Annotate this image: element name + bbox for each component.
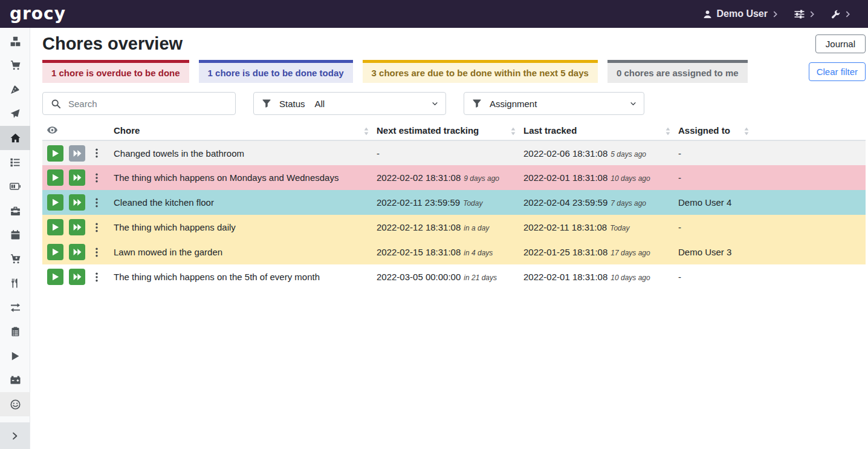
sort-icon	[511, 127, 516, 135]
sidebar-item-shopping-list[interactable]	[0, 53, 30, 77]
search-input[interactable]	[68, 99, 235, 109]
row-menu-button[interactable]	[91, 244, 102, 260]
summary-card-due-today[interactable]: 1 chore is due to be done today	[199, 60, 353, 83]
summary-card-overdue[interactable]: 1 chore is overdue to be done	[42, 60, 189, 83]
row-spacer-cell	[752, 190, 866, 215]
eye-icon	[47, 126, 57, 134]
fast-forward-icon	[73, 198, 82, 206]
sidebar-item-equipment[interactable]	[0, 198, 30, 223]
skip-next-tracking-button[interactable]	[69, 244, 85, 260]
user-icon	[703, 10, 712, 19]
next-tracking-relative: Today	[463, 199, 482, 208]
table-row: Cleaned the kitchen floor 2022-02-11 23:…	[42, 190, 866, 215]
next-tracking-time: 2022-02-11 23:59:59	[377, 197, 460, 208]
skip-next-tracking-button[interactable]	[69, 194, 85, 211]
track-execution-button[interactable]	[47, 145, 63, 162]
settings-menu[interactable]	[794, 10, 814, 19]
sidebar-item-mood[interactable]	[0, 392, 30, 416]
user-menu[interactable]: Demo User	[703, 8, 777, 19]
sidebar-item-battery-tracking[interactable]	[0, 368, 30, 392]
main-content: Chores overview Journal 1 chore is overd…	[30, 28, 868, 449]
row-actions-cell	[42, 165, 109, 190]
track-execution-button[interactable]	[47, 244, 63, 260]
column-header-chore[interactable]: Chore	[109, 122, 372, 140]
chore-name-cell: Cleaned the kitchen floor	[109, 190, 372, 215]
sidebar-item-chore-tracking[interactable]	[0, 344, 30, 368]
last-tracked-cell: 2022-02-01 18:31:0810 days ago	[519, 264, 673, 289]
visibility-column-toggle[interactable]	[42, 122, 109, 140]
assignment-filter-select[interactable]	[539, 93, 644, 114]
sidebar-item-consume[interactable]	[0, 271, 30, 295]
last-tracked-cell: 2022-02-04 23:59:597 days ago	[519, 190, 673, 215]
journal-button[interactable]: Journal	[815, 34, 866, 53]
table-row: The thing which happens on Mondays and W…	[42, 165, 866, 190]
filters-row: Status All Assignment	[42, 92, 866, 115]
sidebar-item-meal-plan[interactable]	[0, 102, 30, 126]
row-menu-button[interactable]	[91, 145, 102, 162]
track-execution-button[interactable]	[47, 269, 63, 285]
row-menu-button[interactable]	[91, 194, 102, 211]
status-filter-select[interactable]: All	[308, 93, 445, 114]
column-header-next-tracking[interactable]: Next estimated tracking	[372, 122, 519, 140]
row-spacer-cell	[752, 215, 866, 240]
ellipsis-vertical-icon	[96, 247, 98, 257]
row-menu-button[interactable]	[91, 219, 102, 235]
skip-next-tracking-button[interactable]	[69, 145, 85, 162]
toolbox-icon	[10, 206, 21, 215]
column-header-assigned-to[interactable]: Assigned to	[673, 122, 752, 140]
sidebar-collapse-toggle[interactable]	[0, 422, 30, 449]
track-execution-button[interactable]	[47, 169, 63, 186]
last-tracked-relative: 10 days ago	[611, 274, 650, 282]
top-navbar: grocy Demo User	[0, 0, 868, 28]
title-row: Chores overview Journal	[42, 34, 866, 54]
admin-menu[interactable]	[831, 10, 850, 19]
assignment-filter-label: Assignment	[490, 99, 537, 109]
sidebar-item-recipes[interactable]	[0, 77, 30, 102]
track-execution-button[interactable]	[47, 219, 63, 235]
track-execution-button[interactable]	[47, 194, 63, 211]
sidebar-item-transfer[interactable]	[0, 295, 30, 320]
summary-card-due-soon[interactable]: 3 chores are due to be done within the n…	[363, 60, 598, 83]
sidebar-item-inventory[interactable]	[0, 320, 30, 344]
search-group	[42, 92, 236, 115]
chevron-right-icon	[846, 11, 850, 18]
table-header-row: Chore Next estimated tracking Last track…	[42, 122, 866, 140]
chores-table: Chore Next estimated tracking Last track…	[42, 122, 866, 289]
last-tracked-time: 2022-02-01 18:31:08	[523, 272, 607, 282]
brand-logo[interactable]: grocy	[10, 5, 66, 22]
home-icon	[10, 133, 21, 143]
status-filter-group: Status All	[253, 92, 446, 115]
sidebar-item-stock-overview[interactable]	[0, 29, 30, 53]
skip-next-tracking-button[interactable]	[69, 269, 85, 285]
summary-card-assigned-me[interactable]: 0 chores are assigned to me	[607, 60, 748, 83]
last-tracked-time: 2022-02-04 23:59:59	[523, 197, 607, 208]
sort-icon	[744, 127, 749, 135]
sidebar-item-calendar[interactable]	[0, 223, 30, 247]
filter-icon	[254, 99, 279, 108]
row-actions-cell	[42, 190, 109, 215]
row-menu-button[interactable]	[91, 169, 102, 186]
exchange-icon	[10, 303, 21, 312]
row-menu-button[interactable]	[91, 269, 102, 285]
summary-cards: 1 chore is overdue to be done1 chore is …	[42, 60, 748, 83]
ellipsis-vertical-icon	[96, 148, 98, 158]
table-row: Lawn mowed in the garden 2022-02-15 18:3…	[42, 240, 866, 264]
sidebar-item-purchase[interactable]	[0, 247, 30, 271]
sidebar-item-batteries-overview[interactable]	[0, 174, 30, 198]
play-icon	[52, 174, 59, 182]
skip-next-tracking-button[interactable]	[69, 169, 85, 186]
skip-next-tracking-button[interactable]	[69, 219, 85, 235]
clear-filter-button[interactable]: Clear filter	[809, 62, 866, 81]
column-header-last-tracked[interactable]: Last tracked	[519, 122, 673, 140]
play-icon	[52, 273, 59, 281]
summary-cards-row: 1 chore is overdue to be done1 chore is …	[42, 60, 866, 83]
pizza-slice-icon	[10, 85, 20, 94]
last-tracked-relative: 17 days ago	[611, 249, 650, 257]
last-tracked-cell: 2022-02-01 18:31:0810 days ago	[519, 165, 673, 190]
row-spacer-cell	[752, 264, 866, 289]
sidebar-item-chores-overview[interactable]	[0, 126, 30, 150]
next-tracking-relative: in 4 days	[464, 249, 493, 257]
fast-forward-icon	[73, 223, 82, 231]
sidebar-item-tasks[interactable]	[0, 150, 30, 174]
search-icon	[43, 99, 68, 108]
